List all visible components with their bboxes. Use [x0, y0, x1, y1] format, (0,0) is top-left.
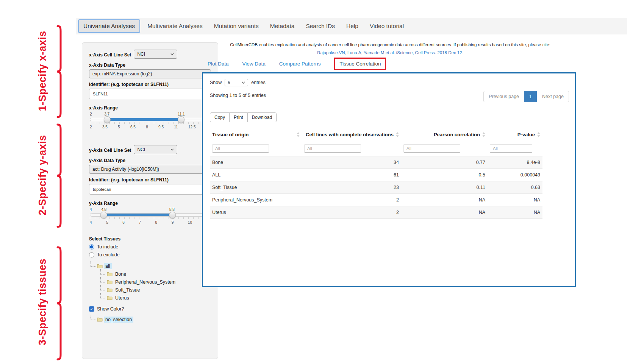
select-tissues-label: Select Tissues [89, 236, 211, 242]
tissue-tree: all Bone Peripheral_Nervous_System Soft_… [91, 261, 211, 301]
download-button[interactable]: Download [247, 112, 277, 122]
tree-node-bone[interactable]: Bone [100, 269, 211, 277]
nav-tab-help[interactable]: Help [341, 20, 364, 33]
chevron-down-icon [170, 53, 174, 55]
folder-icon [107, 287, 113, 292]
nav-tab-mutation-variants[interactable]: Mutation variants [208, 20, 264, 33]
show-label: Show [210, 80, 222, 85]
tree-node-soft-tissue[interactable]: Soft_Tissue [100, 285, 211, 293]
tree-node-no-selection[interactable]: no_selection [91, 315, 211, 323]
x-range-low-handle[interactable] [104, 116, 111, 123]
table-row-bone[interactable]: Bone 34 0.77 9.4e-8 [210, 156, 542, 169]
tab-plot-data[interactable]: Plot Data [208, 61, 229, 67]
table-row-peripheral-nervous-system[interactable]: Peripheral_Nervous_System 2 NA NA [210, 194, 542, 206]
table-row-uterus[interactable]: Uterus 2 NA NA [210, 206, 542, 219]
x-axis-identifier-input[interactable] [89, 89, 211, 99]
tab-compare-patterns[interactable]: Compare Patterns [279, 61, 321, 67]
folder-icon [107, 272, 113, 276]
nav-tab-video-tutorial[interactable]: Video tutorial [364, 20, 410, 33]
tree-elbow [91, 315, 95, 320]
x-range-fill [107, 118, 181, 121]
tissues-include-radio[interactable]: To include [89, 244, 211, 250]
show-color-checkbox[interactable]: ✓ Show Color? [89, 306, 211, 312]
y-axis-identifier-label: Identifier: (e.g. topotecan or SLFN11) [89, 177, 211, 183]
folder-icon [97, 264, 103, 268]
filter-pearson-correlation-input[interactable] [403, 144, 460, 153]
y-range-high-handle[interactable] [169, 212, 176, 218]
radio-unselected-icon [89, 252, 94, 257]
y-range-low-handle[interactable] [100, 212, 107, 218]
column-header-p-value[interactable]: P-value [488, 128, 542, 141]
nav-tab-metadata[interactable]: Metadata [264, 20, 300, 33]
tree-node-all[interactable]: all [91, 261, 211, 269]
x-range-track[interactable] [90, 118, 210, 121]
table-filter-row [210, 141, 542, 156]
x-axis-cell-line-set-label: x-Axis Cell Line Set [89, 52, 131, 58]
export-buttons: Copy Print Download [210, 112, 277, 122]
citation-link[interactable]: Rajapakse.VN, Luna.A, Yamade.M et al. iS… [205, 50, 576, 55]
tissues-exclude-radio[interactable]: To exclude [89, 252, 211, 257]
nav-tab-search-ids[interactable]: Search IDs [300, 20, 341, 33]
next-page-button[interactable]: Next page [537, 91, 569, 102]
top-navigation: Univariate Analyses Multivariate Analyse… [76, 18, 627, 34]
nav-tab-multivariate-analyses[interactable]: Multivariate Analyses [142, 20, 208, 33]
tab-view-data[interactable]: View Data [242, 61, 266, 67]
filter-cell-lines-input[interactable] [304, 144, 361, 153]
sort-icon [396, 132, 399, 137]
table-row-soft-tissue[interactable]: Soft_Tissue 23 0.11 0.63 [210, 181, 542, 194]
pagination: Previous page 1 Next page [484, 91, 569, 102]
table-row-all[interactable]: ALL 61 0.5 0.000049 [210, 169, 542, 181]
folder-icon [107, 295, 113, 300]
tree-elbow [100, 293, 105, 298]
analysis-settings-panel: x-Axis Cell Line Set NCI x-Axis Data Typ… [82, 42, 218, 359]
annotation-step1-brace [52, 25, 62, 118]
sort-icon [482, 132, 485, 137]
column-header-cell-lines[interactable]: Cell lines with complete observations [302, 128, 401, 141]
y-range-track[interactable] [90, 213, 210, 217]
tab-tissue-correlation[interactable]: Tissue Correlation [334, 58, 386, 70]
column-header-pearson-correlation[interactable]: Pearson correlation [401, 128, 488, 141]
y-axis-identifier-input[interactable] [89, 184, 211, 195]
x-axis-cell-line-set-select[interactable]: NCI [134, 50, 177, 59]
page-1-button[interactable]: 1 [524, 91, 537, 102]
entries-label: entries [251, 80, 266, 85]
tissue-correlation-table: Tissue of origin Cell lines with complet… [210, 128, 542, 219]
y-axis-cell-line-set-select[interactable]: NCI [134, 145, 177, 154]
y-range-tick-labels: 4567891011 [90, 220, 210, 225]
tree-node-peripheral-nervous-system[interactable]: Peripheral_Nervous_System [100, 277, 211, 285]
y-range-min-value: 4 [90, 208, 92, 212]
sort-icon [537, 132, 540, 137]
folder-icon [97, 317, 103, 322]
selection-tree: no_selection [91, 315, 211, 323]
annotation-step3-label: 3-Specify tissues [37, 242, 48, 362]
y-axis-cell-line-set-label: y-Axis Cell Line Set [89, 148, 131, 153]
y-axis-data-type-select[interactable]: act: Drug Activity (-log10[IC50M]) [89, 165, 211, 174]
page-size-select[interactable]: 5 [225, 79, 248, 86]
y-axis-range-label: y-Axis Range [89, 201, 211, 206]
y-range-high-value: 8.8 [169, 208, 175, 212]
nav-tab-univariate-analyses[interactable]: Univariate Analyses [78, 19, 140, 33]
x-range-high-value: 11.1 [178, 112, 185, 116]
x-range-low-value: 3.7 [104, 112, 109, 116]
y-axis-range-slider: 4 4.8 8.8 11 4567891011 [90, 208, 210, 225]
x-range-min-value: 2 [90, 112, 92, 116]
y-range-low-value: 4.8 [101, 208, 106, 212]
previous-page-button[interactable]: Previous page [483, 91, 524, 102]
print-button[interactable]: Print [229, 112, 248, 122]
x-axis-data-type-select[interactable]: exp: mRNA Expression (log2) [89, 69, 211, 78]
cellminercdb-app: 1-Specify x-axis 2-Specify y-axis 3-Spec… [0, 0, 644, 362]
filter-tissue-of-origin-input[interactable] [212, 144, 269, 153]
x-axis-identifier-label: Identifier: (e.g. topotecan or SLFN11) [89, 82, 211, 87]
column-header-tissue-of-origin[interactable]: Tissue of origin [210, 128, 302, 141]
folder-icon [107, 279, 113, 284]
filter-p-value-input[interactable] [490, 144, 532, 153]
x-axis-range-slider: 2 3.7 11.1 14 23.556.589.51112.514 [90, 112, 210, 129]
sort-icon [297, 132, 300, 137]
x-range-high-handle[interactable] [178, 116, 184, 123]
x-axis-data-type-label: x-Axis Data Type [89, 62, 211, 68]
annotation-step1-label: 1-Specify x-axis [37, 11, 48, 132]
table-header-row: Tissue of origin Cell lines with complet… [210, 128, 542, 141]
tree-node-uterus[interactable]: Uterus [100, 293, 211, 301]
annotation-step3-brace [52, 246, 62, 360]
copy-button[interactable]: Copy [210, 112, 230, 122]
